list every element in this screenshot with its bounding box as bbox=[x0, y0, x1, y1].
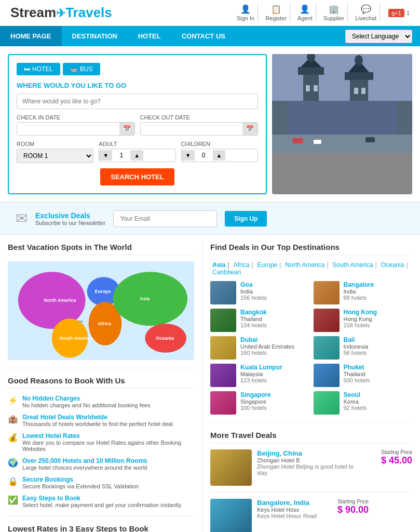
left-column: Best Vacation Spots in The World North A… bbox=[0, 235, 202, 532]
dest-name-goa[interactable]: Goa bbox=[240, 281, 267, 288]
dest-name-seoul[interactable]: Seoul bbox=[344, 391, 367, 398]
destination-input[interactable] bbox=[17, 94, 258, 109]
dest-hotels-bangkok: 134 hotels bbox=[240, 322, 267, 328]
dest-name-bali[interactable]: Bali bbox=[344, 336, 369, 343]
svg-text:Africa: Africa bbox=[98, 321, 112, 326]
nav-destination[interactable]: DESTINATION bbox=[62, 26, 128, 46]
nav-home[interactable]: HOME PAGE bbox=[0, 26, 62, 46]
bed-icon: 🛏 bbox=[24, 65, 30, 73]
livechat-nav[interactable]: 💬 Livechat bbox=[352, 4, 380, 21]
search-hotel-button[interactable]: SEARCH HOTEL bbox=[100, 168, 174, 185]
bus-tab[interactable]: 🚌 BUS bbox=[63, 63, 100, 75]
dest-info-phuket: Phuket Thailand 500 hotels bbox=[344, 364, 370, 383]
adult-minus-btn[interactable]: ▼ bbox=[99, 150, 112, 161]
dest-hotels-bangalore: 69 hotels bbox=[344, 295, 374, 301]
checkout-calendar-icon[interactable]: 📅 bbox=[242, 123, 258, 135]
deal-info-bangalore-india: Bangalore, India Keys Hotel Hoss Keys Ho… bbox=[257, 499, 317, 519]
deal-price-beijing: Starting Price $ 45.00 bbox=[365, 449, 412, 466]
logo-travels: Travels bbox=[65, 5, 112, 20]
dest-country-hongkong: Hong Kong bbox=[344, 316, 377, 322]
checkout-input[interactable]: 23-06-2014 bbox=[141, 123, 243, 135]
children-value[interactable] bbox=[195, 149, 213, 162]
search-tabs: 🛏 HOTEL 🚌 BUS bbox=[17, 63, 258, 75]
dest-name-bangkok[interactable]: Bangkok bbox=[240, 309, 267, 316]
svg-rect-17 bbox=[293, 138, 303, 143]
svg-rect-18 bbox=[314, 140, 321, 144]
deal-desc-beijing: Zhongan Hotel Beijing is good hotel to s… bbox=[257, 463, 360, 476]
signin-label: Sign In bbox=[237, 15, 254, 21]
dest-singapore: Singapore Singapore 100 hotels bbox=[210, 391, 309, 415]
newsletter-title: Exclusive Deals bbox=[35, 211, 105, 220]
svg-rect-4 bbox=[298, 67, 324, 75]
tab-south-america[interactable]: South America bbox=[331, 261, 379, 269]
deal-city-beijing[interactable]: Beijing, China bbox=[257, 449, 360, 457]
divider-3 bbox=[210, 422, 412, 423]
cathedral-svg bbox=[272, 54, 412, 153]
tab-caribbean[interactable]: Caribbean bbox=[210, 269, 243, 276]
reason-desc-6: Select hotel, make payment and get your … bbox=[22, 502, 181, 508]
newsletter-signup-button[interactable]: Sign Up bbox=[225, 211, 267, 227]
children-plus-btn[interactable]: ▲ bbox=[213, 150, 226, 161]
dest-name-singapore[interactable]: Singapore bbox=[240, 391, 271, 398]
reason-icon-2: 🏨 bbox=[8, 414, 18, 427]
checkout-label: CHECK OUT DATE bbox=[140, 114, 259, 121]
dest-name-bangalore[interactable]: Bangalore bbox=[344, 281, 374, 288]
travel-deals-title: More Travel Deals bbox=[210, 431, 412, 443]
language-select[interactable]: Select Language English French Spanish C… bbox=[345, 30, 412, 43]
reason-icon-3: 💰 bbox=[8, 433, 18, 452]
gplus-count: 1 bbox=[407, 10, 410, 16]
gplus-button[interactable]: g+1 bbox=[388, 9, 404, 17]
nav-hotel[interactable]: HOTEL bbox=[128, 26, 171, 46]
deals-tabs: Asia Africa Europe North America South A… bbox=[210, 261, 412, 276]
supplier-icon: 🏢 bbox=[329, 4, 339, 14]
reason-icon-5: 🔒 bbox=[8, 476, 18, 489]
nav-contact[interactable]: CONTACT US bbox=[171, 26, 236, 46]
tab-asia[interactable]: Asia bbox=[210, 261, 232, 269]
map-container: North America Caribbean South America Eu… bbox=[8, 261, 194, 360]
dest-name-hongkong[interactable]: Hong Kong bbox=[344, 309, 377, 316]
newsletter-email-input[interactable] bbox=[113, 210, 217, 227]
adult-value[interactable] bbox=[112, 149, 130, 162]
reason-content-6: Easy Steps to Book Select hotel, make pa… bbox=[22, 495, 181, 508]
register-nav[interactable]: 📋 Register bbox=[262, 4, 290, 21]
adult-input: ▼ ▲ bbox=[99, 149, 175, 162]
livechat-label: Livechat bbox=[355, 15, 376, 21]
dest-name-dubai[interactable]: Dubai bbox=[240, 336, 294, 343]
deal-thumb-bangalore-india bbox=[210, 499, 252, 532]
svg-rect-16 bbox=[272, 135, 412, 153]
tab-europe[interactable]: Europe bbox=[255, 261, 283, 269]
dest-seoul: Seoul Korea 92 hotels bbox=[314, 391, 413, 415]
tab-north-america[interactable]: North America bbox=[283, 261, 330, 269]
signin-nav[interactable]: 👤 Sign In bbox=[234, 4, 258, 21]
tab-oceania[interactable]: Oceania bbox=[379, 261, 410, 269]
register-label: Register bbox=[265, 15, 287, 21]
room-select[interactable]: ROOM 1 ROOM 2 bbox=[17, 149, 93, 163]
svg-text:Asia: Asia bbox=[140, 296, 150, 301]
adult-label: ADULT bbox=[99, 141, 175, 147]
children-minus-btn[interactable]: ▼ bbox=[182, 150, 195, 161]
hotel-tab[interactable]: 🛏 HOTEL bbox=[17, 63, 60, 75]
logo: Stream✈Travels bbox=[10, 5, 112, 21]
tab-africa[interactable]: Africa bbox=[232, 261, 255, 269]
agent-icon: 👤 bbox=[300, 4, 310, 14]
supplier-nav[interactable]: 🏢 Supplier bbox=[320, 4, 348, 21]
checkin-input[interactable]: 22-06-2014 bbox=[17, 123, 119, 135]
steps-title: Lowest Rates in 3 Easy Steps to Book bbox=[8, 524, 194, 532]
newsletter-section: ✉ Exclusive Deals Subscribe to our Newsl… bbox=[0, 202, 420, 235]
adult-plus-btn[interactable]: ▲ bbox=[130, 150, 143, 161]
top-nav-icons: 👤 Sign In 📋 Register 👤 Agent 🏢 Supplier … bbox=[234, 4, 410, 21]
svg-point-10 bbox=[355, 55, 363, 65]
agent-nav[interactable]: 👤 Agent bbox=[294, 4, 316, 21]
checkout-field: CHECK OUT DATE 23-06-2014 📅 bbox=[140, 114, 259, 136]
checkin-calendar-icon[interactable]: 📅 bbox=[119, 123, 134, 135]
deal-desc-bangalore: Keys Hotel Hosur Road bbox=[257, 513, 317, 519]
deal-city-bangalore[interactable]: Bangalore, India bbox=[257, 499, 317, 507]
dest-name-phuket[interactable]: Phuket bbox=[344, 364, 370, 371]
dest-info-dubai: Dubai United Arab Emirates 160 hotels bbox=[240, 336, 294, 356]
reason-desc-2: Thousands of hotels worldwide to find th… bbox=[22, 421, 173, 427]
svg-rect-12 bbox=[306, 85, 310, 91]
children-input: ▼ ▲ bbox=[181, 149, 258, 162]
dest-name-kuala[interactable]: Kuala Lumpur bbox=[240, 364, 282, 371]
date-row: CHECK IN DATE 22-06-2014 📅 CHECK OUT DAT… bbox=[17, 114, 258, 136]
svg-text:Europe: Europe bbox=[95, 289, 111, 294]
